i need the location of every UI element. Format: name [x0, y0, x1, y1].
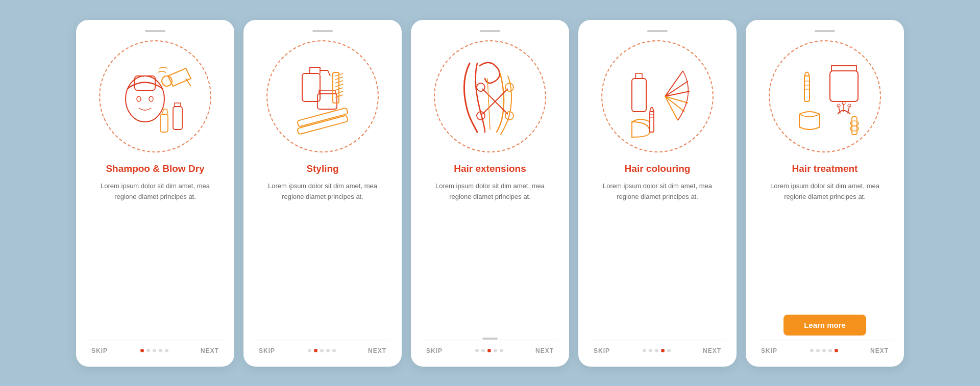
card-footer-extensions: SKIP NEXT [421, 340, 559, 356]
dot-1d [643, 349, 646, 352]
dot-1e [810, 349, 814, 352]
next-button-colouring[interactable]: NEXT [703, 347, 721, 354]
dot-4e [828, 349, 832, 352]
dot-1c [475, 349, 479, 352]
icon-circle-shampoo [99, 40, 211, 152]
dot-3 [153, 349, 156, 352]
svg-point-3 [149, 96, 153, 101]
dot-5e [835, 349, 838, 352]
svg-rect-27 [830, 71, 858, 101]
svg-point-2 [137, 96, 141, 101]
skip-button-treatment[interactable]: SKIP [761, 347, 777, 354]
dot-5 [165, 349, 168, 352]
card-footer-treatment: SKIP NEXT [756, 340, 894, 356]
card-hair-colouring: Hair colouring Lorem ipsum dolor sit dim… [578, 20, 737, 367]
card-body-treatment: Lorem ipsum dolor sit dim amet, mea regi… [756, 181, 894, 308]
dots-extensions [475, 349, 503, 352]
card-footer-shampoo: SKIP NEXT [86, 340, 224, 356]
card-hair-treatment: Hair treatment Lorem ipsum dolor sit dim… [746, 20, 904, 367]
svg-rect-28 [804, 76, 810, 101]
card-title-styling: Styling [306, 163, 338, 175]
svg-rect-5 [160, 114, 168, 132]
dot-5d [667, 349, 671, 352]
top-bar-2 [312, 30, 333, 32]
cards-container: Shampoo & Blow Dry Lorem ipsum dolor sit… [56, 5, 924, 382]
icon-circle-colouring [601, 40, 714, 152]
card-footer-styling: SKIP NEXT [254, 340, 391, 356]
card-title-shampoo: Shampoo & Blow Dry [106, 163, 204, 175]
card-styling: Styling Lorem ipsum dolor sit dim amet, … [243, 20, 402, 367]
card-title-extensions: Hair extensions [454, 163, 526, 175]
card-body-styling: Lorem ipsum dolor sit dim amet, mea regi… [254, 181, 391, 339]
skip-button-shampoo[interactable]: SKIP [91, 347, 108, 354]
card-body-colouring: Lorem ipsum dolor sit dim amet, mea regi… [589, 181, 726, 339]
dot-5c [500, 349, 503, 352]
dots-shampoo [140, 349, 168, 352]
svg-rect-6 [173, 107, 182, 130]
dot-3c [487, 349, 491, 352]
icon-circle-treatment [769, 40, 881, 152]
top-bar-4 [647, 30, 668, 32]
skip-button-extensions[interactable]: SKIP [426, 347, 443, 354]
learn-more-button[interactable]: Learn more [783, 315, 866, 336]
card-footer-colouring: SKIP NEXT [589, 340, 726, 356]
svg-point-20 [477, 83, 485, 91]
dot-2b [314, 349, 317, 352]
top-bar-3 [480, 30, 500, 32]
skip-button-colouring[interactable]: SKIP [594, 347, 610, 354]
icon-circle-styling [266, 40, 379, 152]
dot-2c [481, 349, 485, 352]
next-button-shampoo[interactable]: NEXT [201, 347, 219, 354]
svg-rect-24 [650, 112, 654, 132]
next-button-styling[interactable]: NEXT [368, 347, 386, 354]
dots-styling [308, 349, 336, 352]
card-hair-extensions: Hair extensions Lorem ipsum dolor sit di… [411, 20, 569, 367]
dot-4d [661, 349, 665, 352]
dot-3d [655, 349, 658, 352]
card-shampoo: Shampoo & Blow Dry Lorem ipsum dolor sit… [76, 20, 234, 367]
next-button-treatment[interactable]: NEXT [870, 347, 889, 354]
icon-circle-extensions [434, 40, 546, 152]
dot-4b [326, 349, 330, 352]
card-title-treatment: Hair treatment [792, 163, 858, 175]
svg-rect-9 [333, 72, 339, 103]
dots-colouring [643, 349, 671, 352]
card-body-shampoo: Lorem ipsum dolor sit dim amet, mea regi… [86, 181, 224, 339]
dot-1b [308, 349, 311, 352]
top-bar [145, 30, 165, 32]
dot-4 [159, 349, 162, 352]
skip-button-styling[interactable]: SKIP [259, 347, 275, 354]
dot-3e [822, 349, 826, 352]
card-body-extensions: Lorem ipsum dolor sit dim amet, mea regi… [421, 181, 559, 332]
dots-treatment [810, 349, 838, 352]
top-bar-5 [815, 30, 835, 32]
card-title-colouring: Hair colouring [625, 163, 691, 175]
dot-4c [494, 349, 497, 352]
dot-2 [146, 349, 150, 352]
svg-point-22 [505, 83, 513, 91]
dot-3b [320, 349, 324, 352]
dot-2d [649, 349, 652, 352]
dot-1 [140, 349, 144, 352]
svg-rect-23 [632, 79, 646, 112]
dot-5b [332, 349, 336, 352]
next-button-extensions[interactable]: NEXT [535, 347, 554, 354]
dot-2e [816, 349, 820, 352]
